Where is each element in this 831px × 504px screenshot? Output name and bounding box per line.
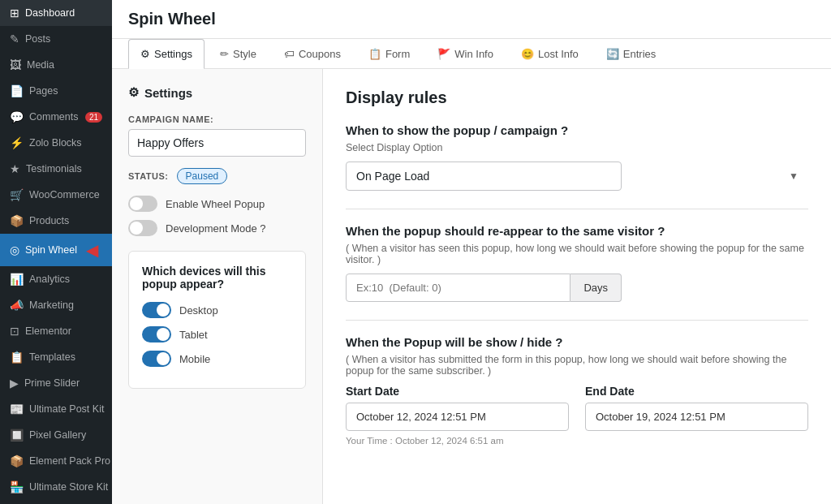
sidebar-item-label: Posts xyxy=(25,33,50,45)
tab-label: Win Info xyxy=(454,48,493,60)
sidebar-item-element-pack-pro[interactable]: 📦 Element Pack Pro xyxy=(0,448,112,474)
prime-slider-icon: ▶ xyxy=(10,377,19,390)
products-icon: 📦 xyxy=(10,214,24,227)
display-rules-title: Display rules xyxy=(346,88,808,107)
desktop-toggle[interactable] xyxy=(142,302,171,318)
posts-icon: ✎ xyxy=(10,32,19,45)
tab-lost-info[interactable]: 😊 Lost Info xyxy=(509,39,591,69)
device-row-mobile: Mobile xyxy=(142,351,292,367)
sidebar-item-label: Pages xyxy=(29,85,58,97)
start-date-field: Start Date xyxy=(346,385,569,431)
sidebar-item-analytics[interactable]: 📊 Analytics xyxy=(0,266,112,292)
sidebar-item-comments[interactable]: 💬 Comments 21 xyxy=(0,104,112,130)
ultimate-store-icon: 🏪 xyxy=(10,480,24,493)
ultimate-post-icon: 📰 xyxy=(10,403,24,416)
analytics-icon: 📊 xyxy=(10,273,24,286)
days-button[interactable]: Days xyxy=(571,274,622,302)
lost-info-tab-icon: 😊 xyxy=(521,48,534,60)
testimonials-icon: ★ xyxy=(10,162,20,175)
enable-wheel-toggle[interactable] xyxy=(128,196,157,212)
tab-label: Lost Info xyxy=(538,48,579,60)
pixel-gallery-icon: 🔲 xyxy=(10,429,24,442)
sidebar-item-testimonials[interactable]: ★ Testimonials xyxy=(0,156,112,182)
sidebar-item-pages[interactable]: 📄 Pages xyxy=(0,78,112,104)
device-row-desktop: Desktop xyxy=(142,302,292,318)
comments-icon: 💬 xyxy=(10,110,24,123)
comments-badge: 21 xyxy=(85,112,102,123)
sidebar-item-label: Spin Wheel xyxy=(25,244,77,256)
date-row: Start Date End Date xyxy=(346,385,808,431)
desktop-label: Desktop xyxy=(179,304,218,317)
sidebar: ⊞ Dashboard ✎ Posts 🖼 Media 📄 Pages 💬 Co… xyxy=(0,0,112,504)
status-label: STATUS: xyxy=(128,171,169,181)
days-input[interactable] xyxy=(346,274,571,302)
tab-entries[interactable]: 🔄 Entries xyxy=(594,39,668,69)
sidebar-item-spin-wheel[interactable]: ◎ Spin Wheel ◀ xyxy=(0,234,112,266)
sidebar-item-templates[interactable]: 📋 Templates xyxy=(0,344,112,370)
right-display-rules-panel: Display rules When to show the popup / c… xyxy=(323,69,831,504)
tab-coupons[interactable]: 🏷 Coupons xyxy=(272,39,353,69)
topbar: Spin Wheel xyxy=(112,0,831,39)
sidebar-item-products[interactable]: 📦 Products xyxy=(0,208,112,234)
zolo-icon: ⚡ xyxy=(10,136,24,149)
page-title: Spin Wheel xyxy=(128,10,815,28)
device-row-tablet: Tablet xyxy=(142,326,292,342)
sidebar-item-label: Analytics xyxy=(29,274,70,285)
sidebar-item-posts[interactable]: ✎ Posts xyxy=(0,26,112,52)
when-show-title: When to show the popup / campaign ? xyxy=(346,123,808,137)
mobile-toggle[interactable] xyxy=(142,351,171,367)
devices-section: Which devices will this popup appear? De… xyxy=(128,251,306,389)
sidebar-item-label: Marketing xyxy=(29,299,74,311)
development-mode-toggle[interactable] xyxy=(128,220,157,236)
display-option-wrapper: On Page Load ▼ xyxy=(346,162,808,191)
sidebar-item-ultimate-store-kit[interactable]: 🏪 Ultimate Store Kit xyxy=(0,474,112,500)
tab-label: Entries xyxy=(623,48,656,60)
sidebar-item-label: Dashboard xyxy=(25,7,75,19)
mobile-label: Mobile xyxy=(179,353,210,365)
sidebar-item-pixel-gallery[interactable]: 🔲 Pixel Gallery xyxy=(0,422,112,448)
marketing-icon: 📣 xyxy=(10,299,24,312)
campaign-name-input[interactable] xyxy=(128,129,306,157)
sidebar-item-label: Elementor xyxy=(25,325,71,337)
tab-style[interactable]: ✏ Style xyxy=(208,39,269,69)
sidebar-item-elementor[interactable]: ⊡ Elementor xyxy=(0,318,112,344)
sidebar-item-prime-slider[interactable]: ▶ Prime Slider xyxy=(0,370,112,396)
tab-form[interactable]: 📋 Form xyxy=(356,39,422,69)
sidebar-item-astra[interactable]: 🅐 Astra xyxy=(0,500,112,504)
tab-label: Form xyxy=(385,48,410,60)
select-display-label: Select Display Option xyxy=(346,142,808,153)
select-arrow-icon: ▼ xyxy=(789,170,799,182)
sidebar-item-ultimate-post-kit[interactable]: 📰 Ultimate Post Kit xyxy=(0,396,112,422)
woocommerce-icon: 🛒 xyxy=(10,188,24,201)
sidebar-item-dashboard[interactable]: ⊞ Dashboard xyxy=(0,0,112,26)
time-note: Your Time : October 12, 2024 6:51 am xyxy=(346,436,808,446)
spin-wheel-icon: ◎ xyxy=(10,243,19,256)
show-hide-desc: ( When a visitor has submitted the form … xyxy=(346,354,808,377)
enable-wheel-row: Enable Wheel Popup xyxy=(128,196,306,212)
display-option-select[interactable]: On Page Load xyxy=(346,162,622,191)
sidebar-item-woocommerce[interactable]: 🛒 WooCommerce xyxy=(0,182,112,208)
sidebar-item-media[interactable]: 🖼 Media xyxy=(0,52,112,78)
sidebar-item-label: Ultimate Post Kit xyxy=(29,403,104,415)
sidebar-item-zolo-blocks[interactable]: ⚡ Zolo Blocks xyxy=(0,130,112,156)
start-date-input[interactable] xyxy=(346,403,569,431)
end-date-label: End Date xyxy=(585,385,808,398)
sidebar-item-label: Products xyxy=(29,215,69,226)
sidebar-item-marketing[interactable]: 📣 Marketing xyxy=(0,292,112,318)
left-settings-panel: ⚙ Settings CAMPAIGN NAME: STATUS: Paused… xyxy=(112,69,323,504)
end-date-field: End Date xyxy=(585,385,808,431)
reappear-title: When the popup should re-appear to the s… xyxy=(346,224,808,238)
status-row: STATUS: Paused xyxy=(128,168,306,184)
main-content: Spin Wheel ⚙ Settings ✏ Style 🏷 Coupons … xyxy=(112,0,831,504)
enable-wheel-label: Enable Wheel Popup xyxy=(166,198,265,210)
dashboard-icon: ⊞ xyxy=(10,6,19,19)
settings-tab-icon: ⚙ xyxy=(140,48,150,60)
tab-settings[interactable]: ⚙ Settings xyxy=(128,39,205,69)
tab-label: Style xyxy=(233,48,256,60)
show-hide-title: When the Popup will be show / hide ? xyxy=(346,335,808,349)
tablet-toggle[interactable] xyxy=(142,326,171,342)
tab-label: Coupons xyxy=(299,48,341,60)
tab-win-info[interactable]: 🚩 Win Info xyxy=(425,39,506,69)
media-icon: 🖼 xyxy=(10,58,21,71)
end-date-input[interactable] xyxy=(585,403,808,431)
